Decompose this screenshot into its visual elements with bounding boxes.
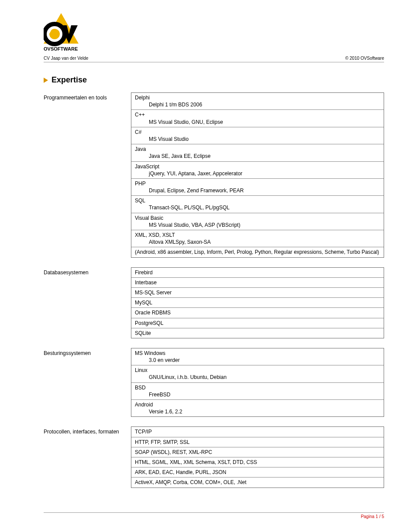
content-row: TCP/IP [131,427,384,437]
content-row: (Android, x86 assembler, Lisp, Inform, P… [131,247,384,257]
logo-text: OVSOFTWARE [44,46,78,51]
row-subtext: GNU/Linux, i.h.b. Ubuntu, Debian [135,374,380,381]
row-text: JavaScript [135,164,159,170]
header-line: CV Jaap van der Velde © 2010 OVSoftware [44,56,384,62]
row-text: Linux [135,367,148,373]
row-text: MS Windows [135,350,165,356]
row-text: SQL [135,198,145,204]
content-row: LinuxGNU/Linux, i.h.b. Ubuntu, Debian [131,365,384,382]
row-subtext: MS Visual Studio, GNU, Eclipse [135,119,380,126]
content-row: MySQL [131,297,384,307]
content-row: Firebird [131,268,384,277]
row-text: SOAP (WSDL), REST, XML-RPC [135,449,212,455]
row-subtext: MS Visual Studio [135,136,380,143]
content-row: MS-SQL Server [131,287,384,297]
row-text: ARK, EAD, EAC, Handle, PURL, JSON [135,469,226,475]
row-text: Interbase [135,280,157,286]
row-text: Oracle RDBMS [135,310,171,316]
content-row: HTML, SGML, XML, XML Schema, XSLT, DTD, … [131,457,384,467]
row-text: TCP/IP [135,429,152,435]
row-text: PostgreSQL [135,320,163,326]
content-row: PHPDrupal, Eclipse, Zend Framework, PEAR [131,178,384,195]
header-left: CV Jaap van der Velde [44,56,88,61]
ov-logo-icon: OVSOFTWARE [44,13,96,52]
content-row: Interbase [131,277,384,287]
row-subtext: Delphi 1 t/m BDS 2006 [135,101,380,108]
row-subtext: MS Visual Studio, VBA, ASP (VBScript) [135,222,380,228]
content-row: Oracle RDBMS [131,307,384,317]
row-text: HTTP, FTP, SMTP, SSL [135,439,189,445]
block-label: Protocollen, interfaces, formaten [44,426,131,488]
content-row: HTTP, FTP, SMTP, SSL [131,437,384,447]
content-row: C#MS Visual Studio [131,127,384,144]
page-footer: Pagina 1 / 5 [44,512,384,519]
content-row: MS Windows3.0 en verder [131,348,384,365]
content-row: SQLite [131,328,384,338]
content-row: SOAP (WSDL), REST, XML-RPC [131,447,384,457]
row-subtext: Transact-SQL, PL/SQL, PL/pgSQL [135,204,380,211]
row-subtext: FreeBSD [135,391,380,398]
content-row: PostgreSQL [131,318,384,328]
row-subtext: Altova XMLSpy, Saxon-SA [135,239,380,246]
expertise-block: DatabasesystemenFirebirdInterbaseMS-SQL … [44,267,384,338]
content-row: JavaJava SE, Java EE, Eclipse [131,144,384,161]
block-content: TCP/IPHTTP, FTP, SMTP, SSLSOAP (WSDL), R… [131,426,384,488]
row-text: SQLite [135,330,151,336]
row-text: Firebird [135,269,153,276]
expertise-block: BesturingssystemenMS Windows3.0 en verde… [44,348,384,417]
content-row: ARK, EAD, EAC, Handle, PURL, JSON [131,467,384,477]
row-text: Android [135,402,153,408]
row-text: BSD [135,385,146,391]
content-row: JavaScriptjQuery, YUI, Aptana, Jaxer, Ap… [131,161,384,178]
row-text: Java [135,146,146,152]
logo: OVSOFTWARE [44,13,384,52]
expertise-block: Programmeertalen en toolsDelphiDelphi 1 … [44,92,384,258]
content-row: ActiveX, AMQP, Corba, COM, COM+, OLE, .N… [131,477,384,487]
content-row: C++MS Visual Studio, GNU, Eclipse [131,109,384,126]
content-row: AndroidVersie 1.6, 2.2 [131,399,384,416]
row-text: Visual Basic [135,215,163,221]
row-subtext: Versie 1.6, 2.2 [135,408,380,415]
block-content: FirebirdInterbaseMS-SQL ServerMySQLOracl… [131,267,384,338]
row-text: HTML, SGML, XML, XML Schema, XSLT, DTD, … [135,459,257,465]
content-row: XML, XSD, XSLTAltova XMLSpy, Saxon-SA [131,230,384,247]
row-subtext: 3.0 en verder [135,357,380,364]
triangle-icon [44,78,48,83]
block-label: Programmeertalen en tools [44,92,131,258]
block-label: Besturingssystemen [44,348,131,417]
content-row: Visual BasicMS Visual Studio, VBA, ASP (… [131,213,384,230]
content-row: DelphiDelphi 1 t/m BDS 2006 [131,93,384,109]
row-text: MySQL [135,300,152,306]
row-text: PHP [135,181,146,187]
row-text: C# [135,129,141,135]
content-row: BSDFreeBSD [131,382,384,399]
section-title: Expertise [44,75,384,85]
row-subtext: jQuery, YUI, Aptana, Jaxer, Appcelerator [135,170,380,177]
row-text: MS-SQL Server [135,290,172,296]
row-subtext: Java SE, Java EE, Eclipse [135,153,380,160]
row-text: ActiveX, AMQP, Corba, COM, COM+, OLE, .N… [135,479,247,485]
content-row: SQLTransact-SQL, PL/SQL, PL/pgSQL [131,195,384,212]
row-text: C++ [135,112,145,118]
row-text: (Android, x86 assembler, Lisp, Inform, P… [135,249,379,255]
block-content: DelphiDelphi 1 t/m BDS 2006C++MS Visual … [131,92,384,258]
row-text: XML, XSD, XSLT [135,232,175,238]
section-heading: Expertise [52,75,87,85]
header-right: © 2010 OVSoftware [345,56,384,61]
row-subtext: Drupal, Eclipse, Zend Framework, PEAR [135,187,380,194]
row-text: Delphi [135,95,150,101]
block-label: Databasesystemen [44,267,131,338]
expertise-block: Protocollen, interfaces, formatenTCP/IPH… [44,426,384,488]
block-content: MS Windows3.0 en verderLinuxGNU/Linux, i… [131,348,384,417]
